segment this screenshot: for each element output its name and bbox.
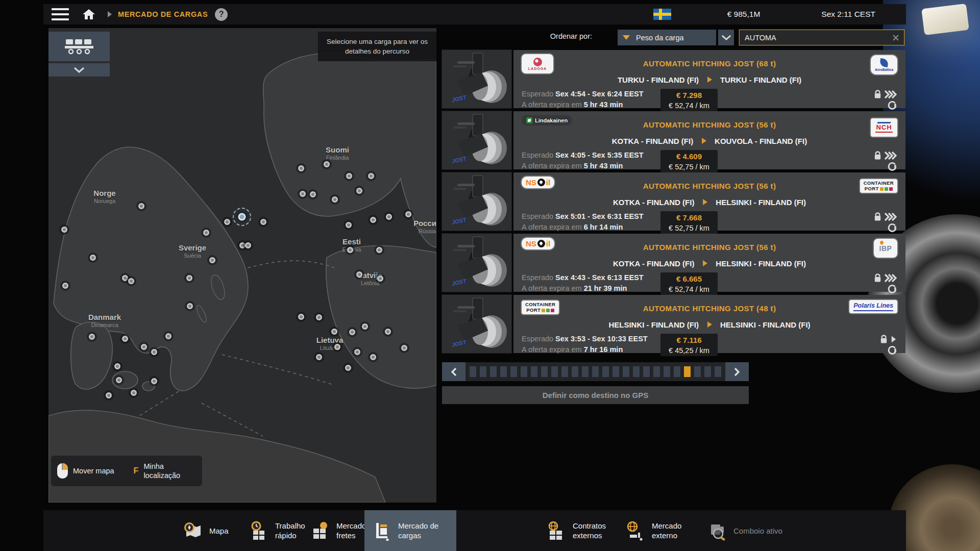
city-marker — [324, 161, 330, 167]
cargo-flags — [870, 272, 897, 295]
page-tick[interactable] — [694, 366, 701, 377]
page-title: MERCADO DE CARGAS — [118, 10, 208, 18]
city-marker — [165, 333, 172, 339]
containerport-logo: CONTAINERPORT — [860, 179, 897, 193]
route-from: HELSINKI - FINLAND (FI) — [608, 320, 699, 329]
page-tick[interactable] — [561, 366, 568, 377]
cargo-price: € 7.298 — [663, 90, 716, 101]
nav-item-external-market[interactable]: Mercado externo — [618, 510, 710, 551]
price-box: € 7.298 € 52,74 / km — [660, 89, 718, 111]
expires-label: A oferta expira em — [522, 162, 582, 170]
trailer-config-button[interactable] — [48, 32, 110, 61]
route-from: KOTKA - FINLAND (FI) — [612, 137, 693, 145]
nch-logo: NCH — [871, 118, 897, 137]
fast-delivery-icon — [884, 212, 897, 222]
page-tick[interactable] — [674, 366, 680, 377]
set-gps-destination-button[interactable]: Definir como destino no GPS — [442, 386, 749, 404]
cargo-times: Esperado Sex 4:05 - Sex 5:35 EEST A ofer… — [522, 150, 660, 172]
page-tick[interactable] — [633, 366, 640, 377]
page-tick[interactable] — [643, 366, 650, 377]
cargo-offer-row[interactable]: JOST NSil AUTOMATIC HITCHING JOST (56 t)… — [442, 234, 905, 292]
nav-label: Mercado de cargas — [398, 521, 449, 540]
receiver-logo-slot: Polaris Lines — [849, 300, 897, 313]
page-tick[interactable] — [623, 366, 629, 377]
page-tick[interactable] — [490, 366, 497, 377]
map-terrain — [48, 28, 436, 503]
player-location-marker — [238, 213, 246, 221]
convoy-icon — [707, 520, 727, 541]
page-tick[interactable] — [470, 366, 476, 377]
sweden-flag-icon — [653, 9, 671, 20]
cargo-offer-row[interactable]: JOST Lindakainen AUTOMATIC HITCHING JOST… — [442, 111, 905, 169]
city-marker — [203, 230, 209, 236]
expires-label: A oferta expira em — [522, 345, 582, 354]
route-from: TURKU - FINLAND (FI) — [618, 76, 699, 84]
page-tick[interactable] — [500, 366, 507, 377]
nav-item-convoy[interactable]: Comboio ativo — [700, 510, 792, 551]
cargo-flags — [870, 150, 897, 172]
page-tick[interactable] — [592, 366, 599, 377]
nav-item-cargo-market[interactable]: Mercado de cargas — [364, 510, 456, 551]
page-tick[interactable] — [715, 366, 721, 377]
cargo-info: LADOGA AUTOMATIC HITCHING JOST (68 t) Ae… — [513, 50, 905, 108]
cargo-image: JOST — [442, 111, 511, 169]
sort-dropdown[interactable]: Peso da carga — [618, 30, 716, 45]
prev-page-button[interactable] — [442, 362, 465, 381]
cargo-price-per-km: € 52,75 / km — [663, 162, 716, 172]
chevron-down-icon — [74, 67, 85, 73]
expected-time: Sex 3:53 - Sex 10:33 EEST — [555, 335, 648, 343]
expires-time: 7 hr 16 min — [584, 345, 623, 354]
cargo-offer-row[interactable]: JOST NSil AUTOMATIC HITCHING JOST (56 t)… — [442, 172, 905, 231]
map-hint-bar: Mover mapa F Minha localização — [51, 456, 202, 486]
page-tick[interactable] — [653, 366, 660, 377]
cargo-route: KOTKA - FINLAND (FI) HELSINKI - FINLAND … — [522, 259, 897, 271]
container-icon — [880, 187, 884, 191]
route-to: HELSINKI - FINLAND (FI) — [720, 320, 811, 329]
sort-direction-button[interactable] — [718, 30, 734, 45]
city-marker — [260, 219, 266, 225]
page-tick[interactable] — [684, 366, 691, 377]
page-tick[interactable] — [572, 366, 578, 377]
menu-icon[interactable] — [52, 8, 69, 20]
page-tick[interactable] — [480, 366, 486, 377]
logo-text: AeroBaltica — [875, 68, 893, 71]
page-tick[interactable] — [521, 366, 527, 377]
page-tick[interactable] — [612, 366, 619, 377]
route-to: KOUVOLA - FINLAND (FI) — [715, 137, 807, 145]
map-collapse-button[interactable] — [48, 63, 110, 77]
map-viewport[interactable]: NorgeNoruegaSverigeSuéciaSuomiFinlândiaD… — [48, 28, 436, 503]
page-tick[interactable] — [541, 366, 548, 377]
nav-item-external-contracts[interactable]: Contratos externos — [539, 510, 631, 551]
home-icon[interactable] — [82, 8, 95, 20]
external-contracts-icon — [546, 520, 567, 541]
search-input[interactable] — [740, 34, 892, 42]
expected-time: Sex 4:54 - Sex 6:24 EEST — [555, 90, 644, 98]
fast-delivery-icon — [890, 334, 897, 344]
city-marker — [138, 203, 144, 209]
cargo-offer-row[interactable]: JOST LADOGA AUTOMATIC HITCHING JOST (68 … — [442, 50, 905, 108]
page-tick[interactable] — [531, 366, 537, 377]
page-tick[interactable] — [551, 366, 558, 377]
chevron-right-icon — [734, 367, 740, 377]
bottom-nav-bar: MapaTrabalho rápidoMercado de fretesMerc… — [43, 510, 906, 551]
return-route-icon — [887, 101, 897, 111]
nav-label: Mercado externo — [652, 521, 703, 540]
page-tick[interactable] — [664, 366, 670, 377]
return-route-icon — [887, 223, 897, 233]
expires-label: A oferta expira em — [522, 223, 582, 231]
clear-search-icon[interactable] — [892, 34, 900, 42]
city-marker — [90, 255, 96, 261]
help-icon[interactable]: ? — [215, 8, 228, 21]
page-tick[interactable] — [582, 366, 589, 377]
cargo-image: JOST — [442, 234, 511, 292]
price-box: € 7.116 € 45,25 / km — [660, 334, 718, 356]
page-tick[interactable] — [704, 366, 711, 377]
tooltip-line-2: detalhes do percurso — [324, 46, 430, 56]
page-tick[interactable] — [510, 366, 517, 377]
expires-time: 5 hr 43 min — [584, 101, 623, 109]
cargo-offer-row[interactable]: JOST CONTAINERPORT AUTOMATIC HITCHING JO… — [442, 295, 905, 353]
next-page-button[interactable] — [725, 362, 749, 381]
city-marker — [331, 329, 337, 335]
page-tick[interactable] — [602, 366, 609, 377]
cargo-flags — [870, 334, 897, 356]
